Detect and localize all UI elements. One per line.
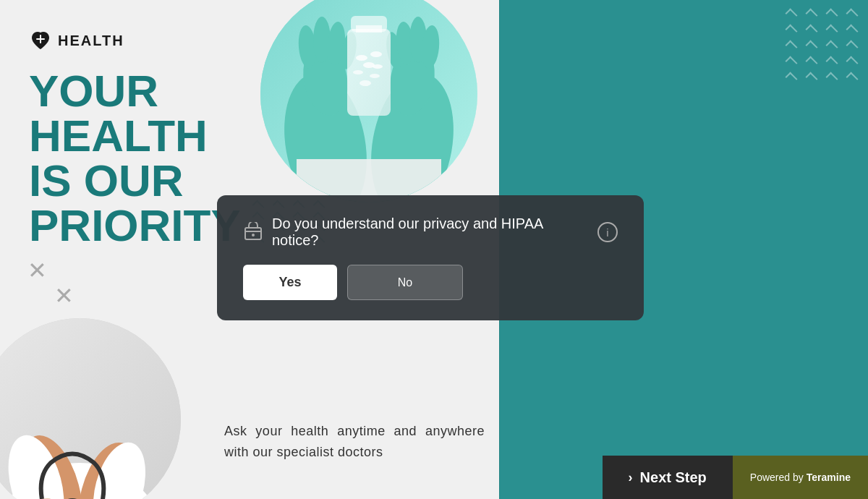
next-step-button[interactable]: › Next Step bbox=[603, 456, 733, 499]
svg-point-16 bbox=[356, 55, 367, 61]
svg-point-22 bbox=[373, 64, 383, 69]
powered-by-prefix: Powered by bbox=[750, 472, 804, 483]
title-line1: YOUR bbox=[29, 69, 241, 114]
next-step-label: Next Step bbox=[640, 469, 707, 486]
powered-by-area: Powered by Teramine bbox=[733, 456, 868, 499]
teal-chevrons-top-right bbox=[786, 11, 857, 86]
svg-point-4 bbox=[313, 17, 331, 63]
modal-buttons: Yes No bbox=[243, 265, 618, 300]
title-line4: PRIORITY bbox=[29, 203, 241, 248]
svg-point-38 bbox=[252, 234, 255, 236]
next-step-arrow: › bbox=[629, 470, 633, 485]
logo-area: HEALTH bbox=[29, 29, 124, 52]
svg-point-20 bbox=[370, 74, 380, 78]
powered-by-brand: Teramine bbox=[807, 472, 851, 483]
hipaa-modal: Do you understand our privacy and HIPAA … bbox=[217, 195, 644, 320]
bottom-bar: › Next Step Powered by Teramine bbox=[0, 456, 868, 499]
svg-rect-15 bbox=[356, 25, 382, 33]
hero-title: YOUR HEALTH IS OUR PRIORITY bbox=[29, 69, 241, 248]
plus-decoration-1: ✕ bbox=[27, 257, 47, 284]
svg-point-19 bbox=[353, 70, 363, 74]
plus-decoration-2: ✕ bbox=[54, 282, 74, 310]
yes-button[interactable]: Yes bbox=[243, 265, 337, 300]
svg-point-17 bbox=[370, 51, 382, 57]
app-name: HEALTH bbox=[58, 33, 124, 49]
modal-question-text: Do you understand our privacy and HIPAA … bbox=[272, 216, 589, 249]
doctor-glove-image bbox=[260, 0, 477, 202]
health-logo-icon bbox=[29, 29, 52, 52]
circle-image-top bbox=[260, 0, 477, 202]
svg-point-21 bbox=[359, 80, 371, 86]
title-line3: IS OUR bbox=[29, 158, 241, 203]
modal-privacy-icon bbox=[243, 222, 263, 242]
modal-header: Do you understand our privacy and HIPAA … bbox=[243, 216, 618, 249]
info-icon[interactable]: i bbox=[597, 222, 618, 242]
title-line2: HEALTH bbox=[29, 114, 241, 158]
hero-text: YOUR HEALTH IS OUR PRIORITY bbox=[29, 69, 241, 248]
no-button[interactable]: No bbox=[347, 265, 463, 300]
